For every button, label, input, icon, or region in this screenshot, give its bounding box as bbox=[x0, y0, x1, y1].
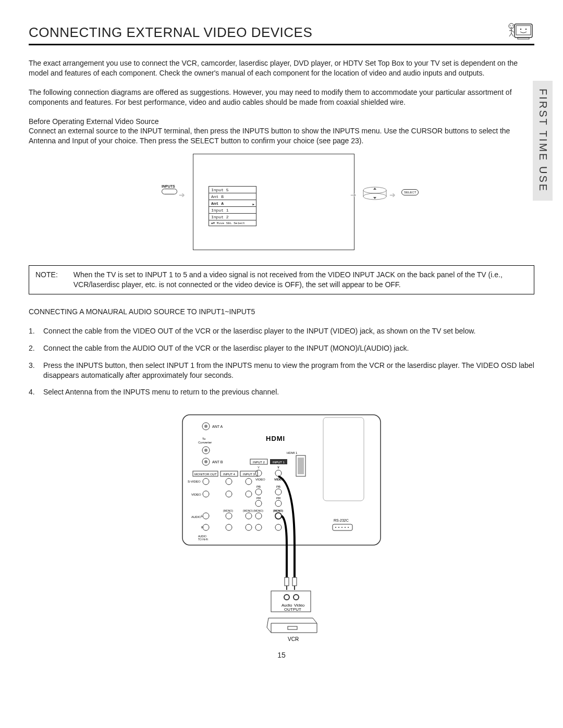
svg-point-66 bbox=[275, 513, 282, 519]
svg-rect-83 bbox=[292, 577, 297, 586]
svg-point-46 bbox=[226, 491, 232, 497]
svg-point-68 bbox=[203, 524, 209, 530]
svg-text:PB: PB bbox=[256, 485, 261, 488]
svg-rect-82 bbox=[285, 577, 289, 586]
page-title: CONNECTING EXTERNAL VIDEO DEVICES bbox=[29, 23, 312, 42]
intro-paragraph-2: The following connection diagrams are of… bbox=[29, 88, 534, 107]
svg-text:INPUT 3: INPUT 3 bbox=[243, 473, 255, 476]
arrow-icon: ➔ bbox=[389, 190, 396, 200]
svg-point-50 bbox=[255, 489, 262, 495]
svg-text:(MONO): (MONO) bbox=[253, 509, 263, 512]
svg-rect-0 bbox=[515, 24, 532, 38]
svg-rect-23 bbox=[298, 458, 304, 474]
svg-text:VIDEO: VIDEO bbox=[191, 493, 201, 496]
svg-text:MONITOR OUT: MONITOR OUT bbox=[194, 473, 217, 476]
menu-row: Input 5 bbox=[209, 186, 256, 193]
svg-text:(MONO): (MONO) bbox=[243, 509, 253, 512]
svg-text:PR: PR bbox=[256, 497, 261, 500]
page-number: 15 bbox=[29, 650, 534, 660]
svg-point-47 bbox=[246, 491, 252, 497]
svg-point-77 bbox=[335, 527, 336, 528]
svg-point-45 bbox=[203, 491, 209, 497]
label-to-converter: To bbox=[202, 437, 206, 440]
svg-point-65 bbox=[255, 513, 262, 519]
intro-paragraph-1: The exact arrangement you use to connect… bbox=[29, 58, 534, 78]
menu-row: Input 1 bbox=[209, 206, 256, 214]
before-body: Connect an external source to the INPUT … bbox=[29, 127, 510, 145]
svg-text:Converter: Converter bbox=[198, 441, 212, 444]
menu-row: Input 2 bbox=[209, 213, 256, 220]
svg-rect-1 bbox=[516, 26, 531, 35]
svg-point-19 bbox=[204, 460, 207, 463]
steps-list: 1.Connect the cable from the VIDEO OUT o… bbox=[29, 326, 534, 397]
svg-text:INPUT 4: INPUT 4 bbox=[223, 473, 236, 476]
svg-point-88 bbox=[293, 595, 299, 600]
svg-point-55 bbox=[275, 500, 282, 507]
arrow-icon: ➔ bbox=[350, 190, 357, 200]
svg-point-37 bbox=[246, 478, 252, 485]
svg-point-72 bbox=[275, 524, 282, 530]
svg-text:AUDIO: AUDIO bbox=[191, 515, 201, 519]
svg-point-51 bbox=[275, 489, 282, 495]
arrow-icon: ➔ bbox=[179, 190, 185, 200]
svg-point-69 bbox=[226, 524, 232, 530]
svg-point-81 bbox=[348, 527, 349, 528]
mono-heading: CONNECTING A MONAURAL AUDIO SOURCE TO IN… bbox=[29, 307, 534, 317]
svg-text:(MONO): (MONO) bbox=[223, 509, 233, 512]
svg-text:PR: PR bbox=[276, 497, 281, 500]
svg-text:Y: Y bbox=[258, 466, 260, 469]
page-header: CONNECTING EXTERNAL VIDEO DEVICES bbox=[29, 21, 534, 45]
svg-text:HDMI 1: HDMI 1 bbox=[287, 451, 298, 454]
svg-text:RS-232C: RS-232C bbox=[334, 519, 349, 522]
svg-point-78 bbox=[338, 527, 339, 528]
svg-point-2 bbox=[520, 29, 521, 30]
svg-point-36 bbox=[226, 478, 232, 485]
svg-text:(MONO): (MONO) bbox=[273, 509, 283, 512]
before-operating: Before Operating External Video Source C… bbox=[29, 117, 534, 146]
svg-text:PB: PB bbox=[276, 485, 280, 488]
tv-smiley-icon bbox=[503, 21, 534, 42]
svg-text:Y: Y bbox=[277, 466, 279, 469]
hdmi-logo: HDMI bbox=[266, 435, 285, 442]
svg-text:VCR: VCR bbox=[288, 636, 299, 642]
svg-point-17 bbox=[204, 449, 207, 452]
svg-text:OUTPUT: OUTPUT bbox=[284, 607, 301, 612]
svg-point-14 bbox=[204, 425, 207, 428]
svg-text:TO Hi-Fi: TO Hi-Fi bbox=[198, 538, 208, 541]
back-panel-diagram: ANT A To Converter ANT B HDMI HDMI 1 MON… bbox=[177, 410, 386, 644]
svg-rect-4 bbox=[518, 38, 529, 39]
svg-point-35 bbox=[203, 478, 209, 485]
svg-point-63 bbox=[226, 513, 232, 519]
note-label: NOTE: bbox=[35, 270, 58, 290]
svg-point-6 bbox=[510, 25, 511, 26]
svg-point-40 bbox=[255, 470, 262, 476]
list-item: 2.Connect the cable from the AUDIO OUT o… bbox=[29, 343, 534, 353]
svg-point-54 bbox=[255, 500, 262, 507]
menu-hint: ▲▼ Move SEL Select bbox=[209, 220, 256, 226]
menu-row-selected: Ant A bbox=[209, 200, 256, 207]
label-ant-b: ANT B bbox=[212, 460, 223, 464]
svg-point-41 bbox=[275, 470, 282, 476]
svg-point-87 bbox=[284, 595, 289, 600]
svg-point-70 bbox=[246, 524, 252, 530]
side-tab-label: FIRST TIME USE bbox=[536, 89, 550, 192]
cursor-buttons-icon bbox=[362, 186, 387, 203]
select-button-icon: SELECT bbox=[401, 189, 419, 195]
svg-text:S-VIDEO: S-VIDEO bbox=[188, 480, 201, 483]
list-item: 3.Press the INPUTS button, then select I… bbox=[29, 361, 534, 380]
svg-point-80 bbox=[345, 527, 346, 528]
svg-point-62 bbox=[203, 513, 209, 519]
svg-rect-20 bbox=[323, 417, 364, 501]
svg-point-7 bbox=[512, 25, 513, 26]
list-item: 4.Select Antenna from the INPUTS menu to… bbox=[29, 387, 534, 397]
svg-text:INPUT 2: INPUT 2 bbox=[253, 461, 265, 464]
svg-point-64 bbox=[246, 513, 252, 519]
svg-text:INPUT 1: INPUT 1 bbox=[273, 461, 285, 464]
list-item: 1.Connect the cable from the VIDEO OUT o… bbox=[29, 326, 534, 336]
inputs-button-icon bbox=[162, 189, 177, 194]
svg-point-79 bbox=[341, 527, 342, 528]
inputs-menu-table: Input 5 Ant B Ant A Input 1 Input 2 ▲▼ M… bbox=[209, 186, 256, 226]
svg-point-3 bbox=[525, 29, 527, 30]
menu-row: Ant B bbox=[209, 193, 256, 200]
side-tab: FIRST TIME USE bbox=[533, 81, 553, 201]
